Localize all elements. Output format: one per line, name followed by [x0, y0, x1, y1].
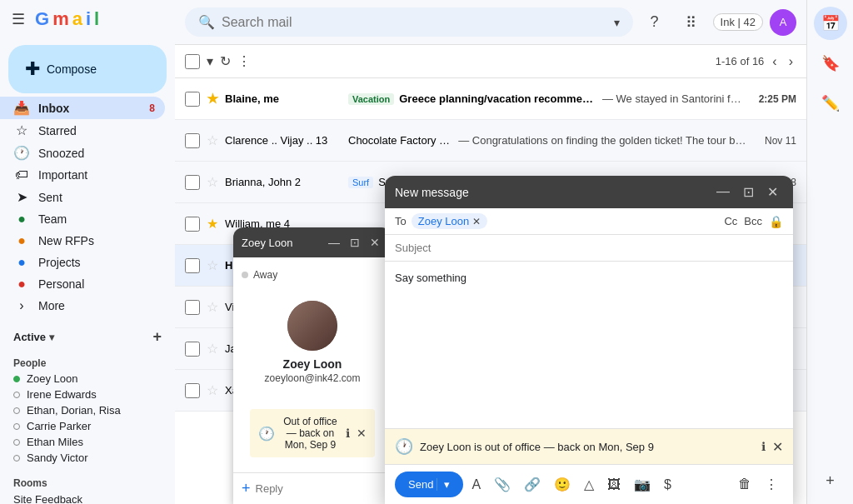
link-icon[interactable]: 🔗 — [519, 473, 546, 496]
oof-close-icon[interactable]: ℹ — [346, 427, 350, 440]
avatar[interactable]: A — [770, 9, 796, 36]
account-badge[interactable]: Ink | 42 — [713, 13, 763, 31]
prev-page-button[interactable]: ‹ — [769, 52, 780, 71]
star-empty-icon[interactable]: ☆ — [207, 132, 218, 148]
drive-icon[interactable]: △ — [579, 473, 599, 496]
compose-maximize-icon[interactable]: ⊡ — [738, 182, 759, 202]
send-dropdown-icon[interactable]: ▾ — [436, 478, 450, 491]
right-sidebar: 📅 🔖 ✏️ + — [806, 0, 853, 504]
select-all-checkbox[interactable] — [185, 54, 200, 69]
compose-to-row: To Zoey Loon ✕ Cc Bcc 🔒 — [385, 208, 793, 235]
add-person-icon[interactable]: + — [152, 328, 162, 346]
compose-toolbar: Send ▾ A 📎 🔗 🙂 △ 🖼 📷 $ 🗑 ⋮ — [385, 464, 793, 504]
people-item-sandy[interactable]: Sandy Victor — [0, 450, 175, 466]
sidebar-item-team[interactable]: ● Team — [0, 208, 165, 230]
email-checkbox[interactable] — [185, 258, 200, 273]
search-bar: 🔍 ▾ — [185, 7, 633, 37]
personal-label: Personal — [38, 277, 155, 291]
star-icon[interactable]: ★ — [207, 91, 218, 107]
sidebar-item-starred[interactable]: ☆ Starred — [0, 119, 165, 142]
projects-icon: ● — [13, 255, 30, 270]
next-page-button[interactable]: › — [786, 52, 796, 71]
compose-oof-info-icon[interactable]: ℹ — [761, 440, 766, 453]
tasks-icon[interactable]: ✏️ — [814, 87, 847, 120]
oof-dismiss-icon[interactable]: ✕ — [357, 427, 367, 440]
table-row[interactable]: ★ Blaine, me Vacation Greece planning/va… — [175, 78, 806, 120]
to-input[interactable] — [492, 215, 719, 227]
compose-close-icon[interactable]: ✕ — [762, 182, 783, 202]
email-checkbox[interactable] — [185, 300, 200, 315]
bcc-button[interactable]: Bcc — [744, 215, 762, 227]
people-item-irene[interactable]: Irene Edwards — [0, 387, 175, 402]
keep-icon[interactable]: 🔖 — [814, 47, 847, 80]
camera-icon[interactable]: 📷 — [629, 473, 656, 496]
subject-input[interactable] — [395, 242, 783, 254]
star-empty-icon[interactable]: ☆ — [207, 299, 218, 315]
compose-label: Compose — [47, 62, 97, 76]
star-empty-icon[interactable]: ☆ — [207, 341, 218, 357]
maximize-icon[interactable]: ⊡ — [347, 234, 363, 251]
sidebar-item-inbox[interactable]: 📥 Inbox 8 — [0, 97, 165, 119]
photo-icon[interactable]: 🖼 — [602, 474, 626, 496]
people-item-carrie[interactable]: Carrie Parker — [0, 418, 175, 434]
people-item-ethan[interactable]: Ethan Miles — [0, 434, 175, 450]
remove-recipient-icon[interactable]: ✕ — [472, 216, 481, 227]
help-icon[interactable]: ? — [640, 7, 670, 37]
sidebar-item-important[interactable]: 🏷 Important — [0, 164, 165, 186]
email-sender: Clarence .. Vijay .. 13 — [225, 134, 342, 147]
email-checkbox[interactable] — [185, 383, 200, 398]
avatar-image — [287, 301, 337, 351]
calendar-icon[interactable]: 📅 — [814, 7, 847, 40]
sidebar-item-personal[interactable]: ● Personal — [0, 273, 165, 295]
email-checkbox[interactable] — [185, 175, 200, 190]
refresh-icon[interactable]: ↻ — [220, 53, 231, 69]
star-icon[interactable]: ★ — [207, 216, 218, 232]
sidebar-item-sent[interactable]: ➤ Sent — [0, 186, 165, 208]
active-chevron-icon: ▾ — [49, 332, 54, 343]
people-item-ethan-group[interactable]: Ethan, Dorian, Risa — [0, 402, 175, 418]
sidebar-item-snoozed[interactable]: 🕐 Snoozed — [0, 142, 165, 164]
more-options-button[interactable]: ⋮ — [760, 473, 783, 496]
star-empty-icon[interactable]: ☆ — [207, 257, 218, 273]
emoji-icon[interactable]: 🙂 — [549, 473, 576, 496]
hamburger-icon[interactable]: ☰ — [8, 7, 28, 32]
add-app-icon[interactable]: + — [814, 464, 847, 497]
projects-label: Projects — [38, 256, 155, 269]
send-button[interactable]: Send ▾ — [395, 472, 463, 497]
attach-icon[interactable]: 📎 — [489, 473, 516, 496]
dollar-icon[interactable]: $ — [659, 474, 676, 496]
minimize-icon[interactable]: — — [325, 234, 343, 251]
search-input[interactable] — [222, 15, 607, 30]
close-icon[interactable]: ✕ — [367, 234, 383, 251]
search-dropdown-icon[interactable]: ▾ — [614, 16, 620, 29]
cc-button[interactable]: Cc — [724, 215, 737, 227]
email-checkbox[interactable] — [185, 133, 200, 148]
people-name-sandy: Sandy Victor — [27, 452, 87, 464]
to-label: To — [395, 215, 407, 227]
sidebar-item-projects[interactable]: ● Projects — [0, 252, 165, 273]
format-text-icon[interactable]: A — [466, 474, 486, 496]
sidebar-item-newrfps[interactable]: ● New RFPs — [0, 230, 165, 252]
add-icon[interactable]: + — [242, 480, 251, 497]
starred-icon: ☆ — [13, 122, 30, 138]
delete-button[interactable]: 🗑 — [733, 473, 756, 496]
email-checkbox[interactable] — [185, 92, 200, 107]
dropdown-arrow-icon[interactable]: ▾ — [207, 53, 213, 69]
zoey-chat-header[interactable]: Zoey Loon — ⊡ ✕ — [233, 227, 392, 257]
room-item-site-feedback[interactable]: Site Feedback — [0, 491, 175, 504]
chat-input[interactable] — [256, 482, 396, 495]
email-checkbox[interactable] — [185, 342, 200, 357]
more-options-icon[interactable]: ⋮ — [237, 53, 251, 69]
sidebar-item-more[interactable]: › More — [0, 295, 165, 317]
people-item-zoey[interactable]: Zoey Loon — [0, 371, 175, 387]
team-label: Team — [38, 212, 155, 226]
compose-oof-close-icon[interactable]: ✕ — [772, 439, 783, 455]
compose-button[interactable]: ✚ Compose — [8, 45, 167, 93]
compose-minimize-icon[interactable]: — — [711, 182, 735, 202]
email-preview: — Congratulations on finding the golden … — [458, 134, 751, 147]
email-checkbox[interactable] — [185, 217, 200, 232]
apps-icon[interactable]: ⠿ — [676, 7, 706, 37]
star-empty-icon[interactable]: ☆ — [207, 382, 218, 398]
table-row[interactable]: ☆ Clarence .. Vijay .. 13 Chocolate Fact… — [175, 120, 806, 162]
star-empty-icon[interactable]: ☆ — [207, 174, 218, 190]
